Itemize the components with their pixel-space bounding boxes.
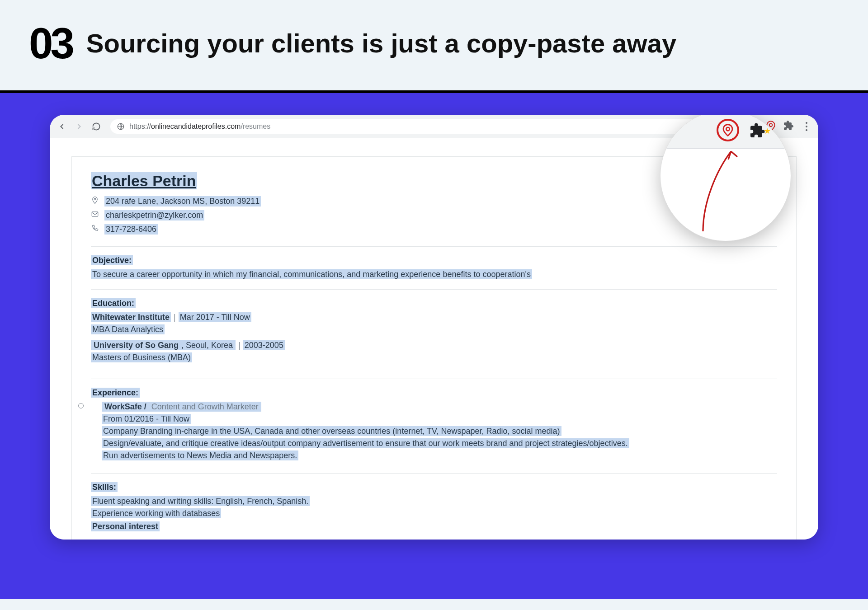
experience-section: Experience: WorkSafe / Content and Growt… [91,379,777,473]
slide-header: 03 Sourcing your clients is just a copy-… [0,0,868,90]
education-dates: 2003-2005 [243,340,285,350]
zoom-callout: ★ [660,115,791,241]
experience-bullet: Company Branding in-charge in the USA, C… [102,426,561,436]
svg-point-4 [726,127,730,131]
reload-button[interactable] [90,121,102,132]
browser-window: https://onlinecandidateprofiles.com/resu… [50,115,818,540]
objective-text: To secure a career opportunity in which … [91,269,532,279]
url-bar[interactable]: https://onlinecandidateprofiles.com/resu… [110,119,754,134]
browser-menu-button[interactable] [801,122,812,131]
skills-section: Skills: Fluent speaking and writing skil… [91,473,777,540]
experience-period: From 01/2016 - Till Now [102,414,191,424]
phone-text: 317-728-6406 [104,224,158,235]
bullet-icon [78,403,84,408]
objective-section: Objective: To secure a career opportunit… [91,246,777,289]
education-degree: Masters of Business (MBA) [91,352,192,362]
skill-line: Fluent speaking and writing skills: Engl… [91,496,310,506]
education-dates: Mar 2017 - Till Now [179,312,251,322]
objective-title: Objective: [91,255,133,265]
experience-bullet: Design/evaluate, and critique creative i… [102,438,629,448]
svg-point-1 [769,123,773,127]
location-icon [91,196,100,206]
candidate-name: Charles Petrin [91,172,197,189]
personal-interest-title: Personal interest [91,521,160,531]
skills-title: Skills: [91,482,118,492]
address-text: 204 rafe Lane, Jackson MS, Boston 39211 [104,196,261,206]
education-section: Education: Whitewater Institute|Mar 2017… [91,289,777,379]
email-text: charleskpetrin@zylker.com [104,210,204,221]
experience-bullet: Run advertisements to News Media and New… [102,450,298,460]
phone-icon [91,224,100,235]
education-inst: Whitewater Institute [91,312,171,322]
education-entry: Whitewater Institute|Mar 2017 - Till Now… [91,313,777,334]
education-entry: University of So Gang, Seoul, Korea|2003… [91,341,777,362]
svg-point-2 [94,198,96,200]
star-icon: ★ [764,126,771,136]
email-icon [91,210,100,221]
education-inst: University of So Gang, Seoul, Korea [91,340,236,350]
svg-rect-3 [92,212,98,217]
extensions-puzzle-icon [749,122,765,141]
stage: https://onlinecandidateprofiles.com/resu… [0,93,868,599]
education-degree: MBA Data Analytics [91,324,165,334]
forward-button[interactable] [73,121,85,132]
slide-number: 03 [29,22,72,65]
experience-head: WorkSafe / Content and Growth Marketer [102,402,261,412]
extensions-puzzle-icon[interactable] [783,120,796,133]
highlighted-extension-icon [717,119,739,141]
experience-title: Experience: [91,388,140,398]
globe-icon [117,122,125,131]
education-title: Education: [91,298,136,308]
arrow-icon [698,143,748,235]
back-button[interactable] [56,121,68,132]
skill-line: Experience working with databases [91,508,221,518]
url-text: https://onlinecandidateprofiles.com/resu… [129,122,270,131]
slide-title: Sourcing your clients is just a copy-pas… [86,29,676,58]
